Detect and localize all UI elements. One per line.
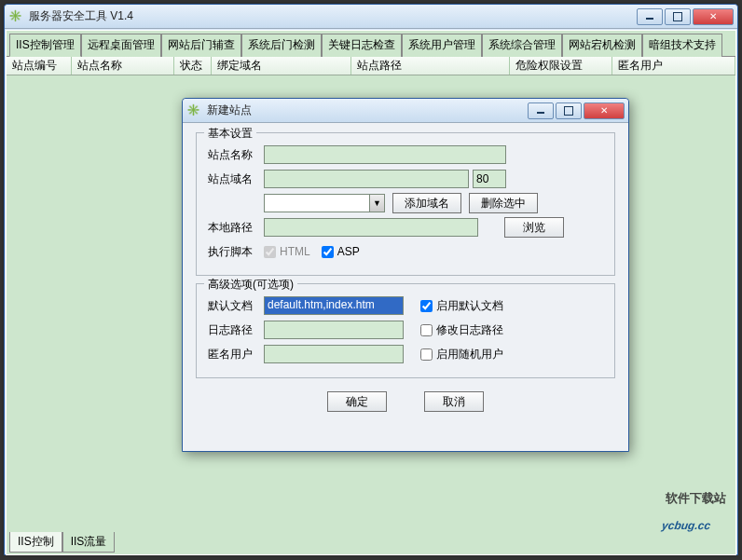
col-site-name[interactable]: 站点名称 (72, 57, 174, 75)
port-input[interactable] (473, 170, 506, 188)
add-domain-button[interactable]: 添加域名 (392, 193, 461, 213)
minimize-button[interactable] (637, 8, 663, 25)
advanced-options-fieldset: 高级选项(可选项) 默认文档 default.htm,index.htm 启用默… (196, 283, 615, 378)
tab-system-backdoor[interactable]: 系统后门检测 (241, 34, 322, 57)
col-bind-domain[interactable]: 绑定域名 (212, 57, 351, 75)
local-path-input[interactable] (264, 218, 478, 237)
col-danger-perm[interactable]: 危险权限设置 (510, 57, 612, 75)
tab-anzu-support[interactable]: 暗组技术支持 (642, 34, 722, 57)
browse-button[interactable]: 浏览 (504, 217, 564, 238)
col-site-id[interactable]: 站点编号 (7, 57, 72, 75)
modify-log-path-checkbox[interactable]: 修改日志路径 (420, 322, 503, 338)
bottom-tab-iis-traffic[interactable]: IIS流量 (62, 532, 116, 553)
tab-site-monitor[interactable]: 网站宕机检测 (562, 34, 642, 57)
tab-key-logs[interactable]: 关键日志检查 (322, 34, 402, 57)
table-header: 站点编号 站点名称 状态 绑定域名 站点路径 危险权限设置 匿名用户 (7, 57, 735, 75)
ok-button[interactable]: 确定 (327, 391, 387, 412)
close-button[interactable]: ✕ (693, 8, 734, 25)
dialog-minimize-button[interactable] (528, 102, 554, 119)
asp-checkbox[interactable]: ASP (322, 245, 360, 258)
tab-web-backdoor[interactable]: 网站后门辅查 (161, 34, 241, 57)
cancel-button[interactable]: 取消 (424, 391, 484, 412)
dialog-window-controls: ✕ (528, 102, 625, 119)
app-icon: ✳️ (8, 9, 23, 24)
col-status[interactable]: 状态 (174, 57, 212, 75)
dialog-titlebar[interactable]: ✳️ 新建站点 ✕ (183, 99, 628, 123)
tab-system-users[interactable]: 系统用户管理 (402, 34, 482, 57)
maximize-button[interactable] (665, 8, 691, 25)
delete-selected-button[interactable]: 删除选中 (469, 193, 538, 213)
bottom-tab-iis-control[interactable]: IIS控制 (9, 532, 62, 553)
dialog-icon: ✳️ (186, 103, 201, 118)
random-user-checkbox[interactable]: 启用随机用户 (420, 347, 503, 362)
default-doc-label: 默认文档 (208, 298, 264, 314)
col-site-path[interactable]: 站点路径 (351, 57, 510, 75)
site-domain-input[interactable] (264, 170, 469, 188)
anon-user-label: 匿名用户 (208, 347, 264, 362)
col-anon-user[interactable]: 匿名用户 (612, 57, 735, 75)
dialog-buttons: 确定 取消 (196, 391, 615, 412)
dialog-close-button[interactable]: ✕ (584, 102, 625, 119)
dialog-body: 基本设置 站点名称 站点域名 ▼ 添加域名 删除选中 本地路径 浏览 (183, 123, 628, 421)
anon-user-input[interactable] (264, 345, 404, 363)
domain-select[interactable]: ▼ (264, 194, 385, 212)
site-name-input[interactable] (264, 145, 506, 164)
chevron-down-icon: ▼ (369, 195, 384, 212)
local-path-label: 本地路径 (208, 220, 264, 236)
basic-settings-legend: 基本设置 (204, 126, 256, 142)
tab-iis-control[interactable]: IIS控制管理 (9, 34, 81, 57)
log-path-input[interactable] (264, 321, 404, 339)
new-site-dialog: ✳️ 新建站点 ✕ 基本设置 站点名称 站点域名 ▼ 添加域名 删除选中 (182, 98, 629, 452)
dialog-title: 新建站点 (207, 102, 528, 118)
site-name-label: 站点名称 (208, 147, 264, 163)
dialog-maximize-button[interactable] (556, 102, 582, 119)
main-titlebar[interactable]: ✳️ 服务器安全工具 V1.4 ✕ (5, 5, 737, 29)
site-domain-label: 站点域名 (208, 171, 264, 187)
default-doc-input[interactable]: default.htm,index.htm (264, 296, 404, 315)
window-controls: ✕ (637, 8, 734, 25)
script-label: 执行脚本 (208, 244, 264, 260)
log-path-label: 日志路径 (208, 322, 264, 338)
tab-remote-desktop[interactable]: 远程桌面管理 (81, 34, 161, 57)
tab-system-misc[interactable]: 系统综合管理 (482, 34, 562, 57)
advanced-options-legend: 高级选项(可选项) (204, 277, 297, 293)
top-tabs: IIS控制管理 远程桌面管理 网站后门辅查 系统后门检测 关键日志检查 系统用户… (7, 31, 735, 57)
main-title: 服务器安全工具 V1.4 (29, 8, 637, 24)
enable-default-doc-checkbox[interactable]: 启用默认文档 (420, 298, 503, 314)
html-checkbox[interactable]: HTML (264, 245, 310, 258)
basic-settings-fieldset: 基本设置 站点名称 站点域名 ▼ 添加域名 删除选中 本地路径 浏览 (196, 132, 615, 276)
bottom-tabs: IIS控制 IIS流量 (9, 532, 115, 553)
